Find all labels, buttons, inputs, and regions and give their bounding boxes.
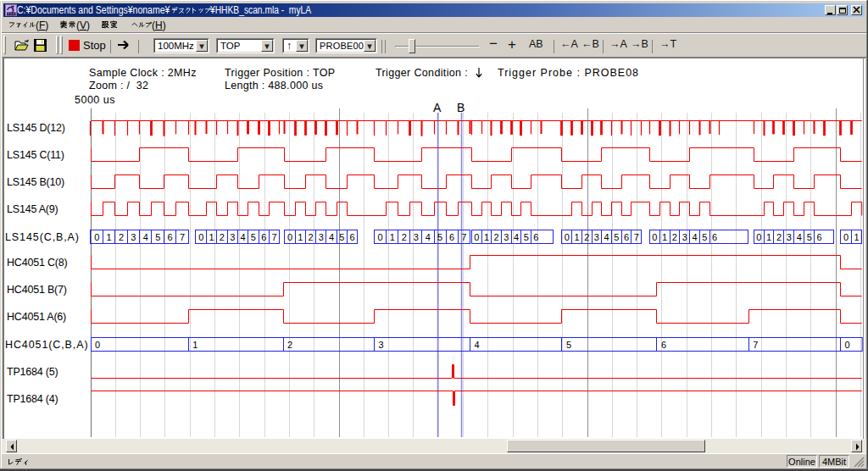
svg-text:0: 0 — [844, 340, 849, 350]
svg-text:4: 4 — [797, 232, 802, 242]
svg-text:6: 6 — [449, 232, 454, 242]
svg-text:3: 3 — [131, 232, 136, 242]
svg-text:1: 1 — [192, 340, 198, 350]
svg-text:2: 2 — [494, 232, 499, 242]
svg-text:3: 3 — [504, 232, 509, 242]
svg-text:6: 6 — [661, 340, 666, 350]
svg-text:2: 2 — [220, 232, 225, 242]
svg-text:1: 1 — [298, 232, 303, 242]
svg-text:2: 2 — [776, 232, 782, 242]
svg-text:1: 1 — [662, 232, 667, 242]
svg-text:0: 0 — [94, 232, 99, 242]
svg-text:1: 1 — [107, 232, 112, 242]
svg-text:3: 3 — [682, 232, 687, 242]
svg-text:6: 6 — [533, 232, 538, 242]
svg-text:7: 7 — [272, 232, 277, 242]
svg-text:3: 3 — [787, 232, 792, 242]
svg-text:0: 0 — [95, 340, 100, 350]
svg-text:1: 1 — [484, 232, 489, 242]
svg-text:1: 1 — [209, 232, 214, 242]
svg-text:7: 7 — [180, 232, 185, 242]
svg-text:0: 0 — [756, 232, 761, 242]
svg-text:2: 2 — [119, 232, 124, 242]
svg-text:3: 3 — [319, 232, 324, 242]
svg-text:4: 4 — [426, 232, 431, 242]
svg-text:2: 2 — [402, 232, 407, 242]
svg-text:0: 0 — [287, 232, 292, 242]
svg-text:4: 4 — [692, 232, 697, 242]
svg-text:4: 4 — [241, 232, 246, 242]
svg-text:6: 6 — [168, 232, 173, 242]
svg-text:5: 5 — [437, 232, 442, 242]
svg-text:5: 5 — [339, 232, 344, 242]
svg-text:0: 0 — [198, 232, 203, 242]
svg-text:0: 0 — [652, 232, 657, 242]
svg-text:0: 0 — [565, 232, 570, 242]
svg-text:0: 0 — [378, 232, 383, 242]
svg-text:1: 1 — [574, 232, 579, 242]
svg-text:3: 3 — [414, 232, 419, 242]
svg-text:5: 5 — [614, 232, 619, 242]
svg-text:5: 5 — [702, 232, 707, 242]
svg-text:4: 4 — [329, 232, 334, 242]
svg-text:5: 5 — [251, 232, 256, 242]
svg-text:4: 4 — [514, 232, 519, 242]
svg-text:4: 4 — [475, 340, 480, 350]
svg-text:3: 3 — [379, 340, 384, 350]
svg-text:6: 6 — [817, 232, 822, 242]
svg-text:4: 4 — [604, 232, 609, 242]
svg-text:2: 2 — [672, 232, 677, 242]
svg-text:6: 6 — [261, 232, 266, 242]
svg-text:5: 5 — [566, 340, 571, 350]
svg-text:7: 7 — [753, 340, 758, 350]
svg-text:5: 5 — [524, 232, 529, 242]
svg-text:4: 4 — [143, 232, 148, 242]
svg-text:7: 7 — [634, 232, 639, 242]
svg-text:7: 7 — [461, 232, 466, 242]
svg-text:6: 6 — [349, 232, 354, 242]
svg-text:0: 0 — [843, 232, 849, 242]
svg-text:5: 5 — [155, 232, 160, 242]
svg-text:1: 1 — [854, 232, 859, 242]
svg-text:5: 5 — [807, 232, 812, 242]
svg-text:6: 6 — [624, 232, 629, 242]
svg-text:2: 2 — [287, 340, 292, 350]
svg-text:1: 1 — [766, 232, 771, 242]
svg-text:0: 0 — [474, 232, 479, 242]
svg-text:2: 2 — [584, 232, 589, 242]
svg-text:1: 1 — [390, 232, 395, 242]
svg-text:3: 3 — [594, 232, 599, 242]
svg-text:3: 3 — [230, 232, 235, 242]
svg-text:6: 6 — [712, 232, 717, 242]
svg-text:2: 2 — [308, 232, 313, 242]
